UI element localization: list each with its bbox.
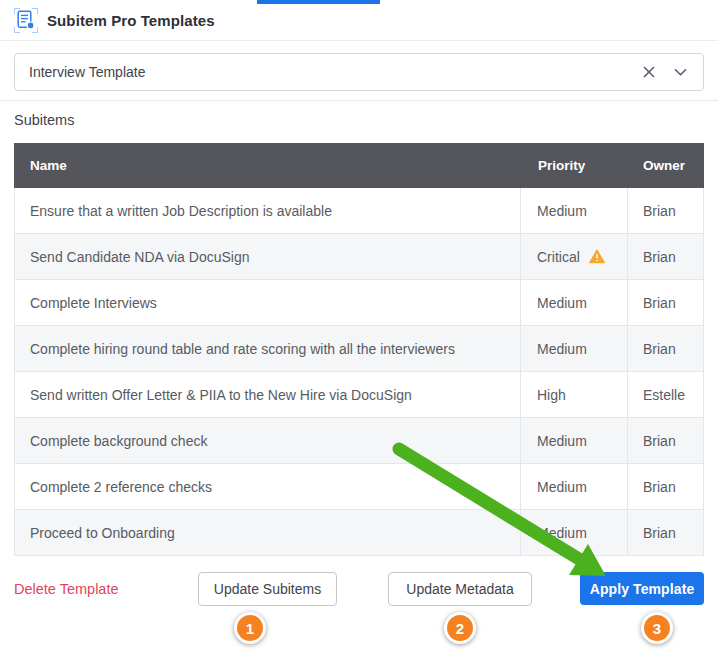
section-divider: [0, 100, 718, 101]
subitem-owner: Estelle: [627, 372, 703, 417]
subitem-priority: Medium: [520, 418, 627, 463]
subitem-priority: Medium: [520, 280, 627, 325]
table-body: Ensure that a written Job Description is…: [14, 188, 704, 556]
table-row: Ensure that a written Job Description is…: [15, 188, 703, 234]
update-metadata-button[interactable]: Update Metadata: [388, 572, 532, 606]
subitem-pro-templates-panel: { "header": { "title": "Subitem Pro Temp…: [0, 0, 718, 650]
step-badge-2: 2: [444, 612, 476, 644]
subitem-name: Send written Offer Letter & PIIA to the …: [15, 372, 520, 417]
column-header-name: Name: [14, 158, 521, 173]
subitem-priority: High: [520, 372, 627, 417]
apply-template-button[interactable]: Apply Template: [580, 572, 704, 605]
table-row: Send written Offer Letter & PIIA to the …: [15, 372, 703, 418]
table-row: Complete 2 reference checksMediumBrian: [15, 464, 703, 510]
update-subitems-button[interactable]: Update Subitems: [198, 572, 337, 606]
subitem-priority: Medium: [520, 188, 627, 233]
column-header-owner: Owner: [628, 158, 704, 173]
subitem-owner: Brian: [627, 326, 703, 371]
page-title: Subitem Pro Templates: [47, 12, 215, 29]
subitem-name: Proceed to Onboarding: [15, 510, 520, 555]
table-row: Complete InterviewsMediumBrian: [15, 280, 703, 326]
subitem-owner: Brian: [627, 234, 703, 279]
subitem-name: Send Candidate NDA via DocuSign: [15, 234, 520, 279]
template-select-value: Interview Template: [29, 64, 145, 80]
subitem-owner: Brian: [627, 188, 703, 233]
table-row: Complete hiring round table and rate sco…: [15, 326, 703, 372]
table-row: Complete background checkMediumBrian: [15, 418, 703, 464]
subitem-owner: Brian: [627, 280, 703, 325]
subitem-name: Ensure that a written Job Description is…: [15, 188, 520, 233]
subitem-priority: Medium: [520, 326, 627, 371]
subitem-owner: Brian: [627, 510, 703, 555]
subitems-section-label: Subitems: [14, 112, 74, 128]
subitem-name: Complete 2 reference checks: [15, 464, 520, 509]
delete-template-button[interactable]: Delete Template: [14, 581, 119, 597]
step-badge-3: 3: [641, 612, 673, 644]
clear-icon[interactable]: [643, 66, 655, 78]
subitem-owner: Brian: [627, 418, 703, 463]
subitem-owner: Brian: [627, 464, 703, 509]
warning-icon: [589, 249, 605, 264]
table-header-row: Name Priority Owner: [14, 143, 704, 188]
column-header-priority: Priority: [521, 158, 628, 173]
panel-header: Subitem Pro Templates: [0, 0, 718, 41]
table-row: Send Candidate NDA via DocuSignCriticalB…: [15, 234, 703, 280]
document-badge-icon: [14, 7, 38, 33]
subitems-table: Name Priority Owner Ensure that a writte…: [14, 143, 704, 556]
subitem-priority: Critical: [520, 234, 627, 279]
subitem-priority: Medium: [520, 464, 627, 509]
chevron-down-icon[interactable]: [674, 68, 687, 77]
table-row: Proceed to OnboardingMediumBrian: [15, 510, 703, 556]
subitem-name: Complete hiring round table and rate sco…: [15, 326, 520, 371]
step-badge-1: 1: [234, 612, 266, 644]
subitem-name: Complete background check: [15, 418, 520, 463]
subitem-name: Complete Interviews: [15, 280, 520, 325]
subitem-priority: Medium: [520, 510, 627, 555]
template-select[interactable]: Interview Template: [14, 53, 704, 91]
